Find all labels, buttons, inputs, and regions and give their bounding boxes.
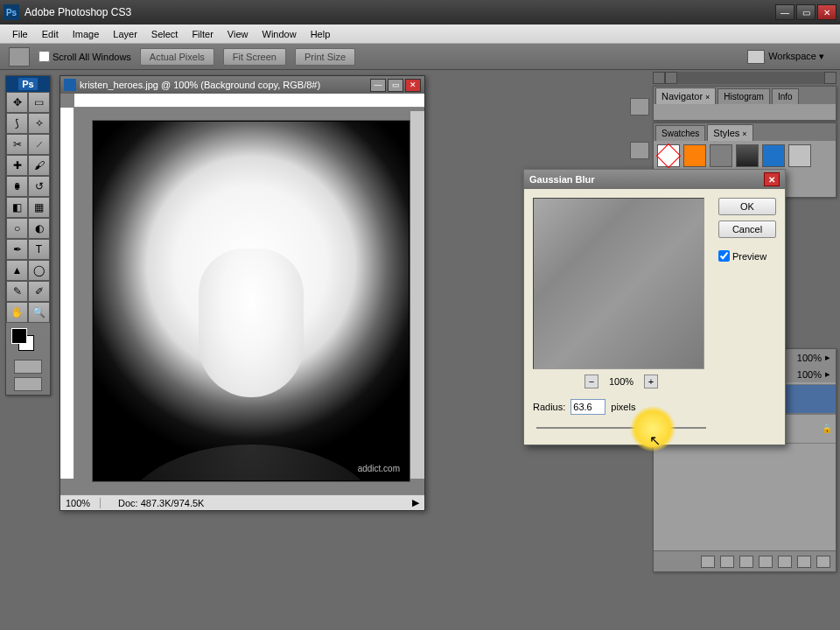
zoom-out-button[interactable]: − (584, 374, 598, 388)
fit-screen-button[interactable]: Fit Screen (223, 48, 286, 66)
dodge-tool[interactable]: ◐ (28, 218, 50, 239)
menu-help[interactable]: Help (304, 26, 338, 42)
dock-collapse-right-icon[interactable] (824, 72, 836, 84)
stamp-tool[interactable]: ⧯ (6, 176, 28, 197)
document-canvas[interactable]: addict.com (94, 122, 409, 480)
dock-collapse-left-icon[interactable] (653, 72, 665, 84)
style-swatch[interactable] (683, 144, 706, 167)
eyedropper-tool[interactable]: ✐ (28, 281, 50, 302)
menu-layer[interactable]: Layer (106, 26, 144, 42)
radius-label: Radius: (533, 402, 565, 412)
hand-tool[interactable]: ✋ (6, 302, 28, 323)
radius-slider[interactable] (533, 420, 710, 436)
zoom-in-button[interactable]: + (644, 374, 658, 388)
link-layers-icon[interactable] (701, 556, 715, 568)
scroll-all-checkbox[interactable]: Scroll All Windows (38, 51, 131, 62)
tab-styles[interactable]: Styles× (707, 124, 752, 141)
zoom-tool[interactable]: 🔍 (28, 302, 50, 323)
crop-tool[interactable]: ✂ (6, 134, 28, 155)
menu-view[interactable]: View (220, 26, 256, 42)
document-scrollbar[interactable] (410, 111, 424, 479)
tab-swatches[interactable]: Swatches (655, 125, 705, 141)
type-tool[interactable]: T (28, 239, 50, 260)
doc-info[interactable]: Doc: 487.3K/974.5K (101, 498, 407, 508)
ok-button[interactable]: OK (718, 198, 776, 215)
maximize-button[interactable]: ▭ (796, 4, 816, 20)
lock-icon: 🔒 (822, 424, 832, 434)
dialog-close-button[interactable]: ✕ (764, 172, 780, 186)
hand-tool-icon[interactable] (9, 47, 30, 66)
print-size-button[interactable]: Print Size (295, 48, 355, 66)
style-swatch[interactable] (657, 144, 680, 167)
menu-image[interactable]: Image (66, 26, 107, 42)
menu-window[interactable]: Window (256, 26, 304, 42)
doc-maximize-button[interactable]: ▭ (388, 79, 403, 92)
wand-tool[interactable]: ✧ (28, 113, 50, 134)
close-button[interactable]: ✕ (817, 4, 836, 20)
notes-tool[interactable]: ✎ (6, 281, 28, 302)
menu-select[interactable]: Select (144, 26, 186, 42)
gradient-tool[interactable]: ▦ (28, 197, 50, 218)
horizontal-ruler[interactable] (74, 94, 424, 108)
path-select-tool[interactable]: ▲ (6, 260, 28, 281)
pen-tool[interactable]: ✒ (6, 239, 28, 260)
tab-histogram[interactable]: Histogram (718, 88, 770, 104)
toolbox-header[interactable]: Ps (6, 76, 50, 92)
app-titlebar: Ps Adobe Photoshop CS3 — ▭ ✕ (0, 0, 840, 24)
layers-footer (654, 550, 836, 571)
tab-info[interactable]: Info (772, 88, 799, 104)
actual-pixels-button[interactable]: Actual Pixels (140, 48, 214, 66)
style-swatch[interactable] (762, 144, 785, 167)
color-swatches[interactable] (10, 326, 46, 356)
dialog-title: Gaussian Blur (529, 174, 764, 185)
shape-tool[interactable]: ◯ (28, 260, 50, 281)
menu-file[interactable]: File (5, 26, 35, 42)
adjustment-layer-icon[interactable] (759, 556, 773, 568)
document-titlebar[interactable]: kristen_heroes.jpg @ 100% (Background co… (60, 76, 424, 94)
brush-tool[interactable]: 🖌 (28, 155, 50, 176)
vertical-ruler[interactable] (60, 108, 74, 479)
dock-expand-icon[interactable] (665, 72, 677, 84)
dialog-titlebar[interactable]: Gaussian Blur ✕ (524, 170, 785, 189)
menu-edit[interactable]: Edit (35, 26, 66, 42)
heal-tool[interactable]: ✚ (6, 155, 28, 176)
style-swatch[interactable] (788, 144, 811, 167)
group-icon[interactable] (778, 556, 792, 568)
dock-minimized-icon[interactable] (630, 98, 649, 116)
menu-filter[interactable]: Filter (185, 26, 220, 42)
foreground-color[interactable] (11, 328, 27, 344)
opacity-arrow-icon[interactable]: ▸ (825, 352, 830, 363)
doc-minimize-button[interactable]: — (370, 79, 386, 92)
blur-tool[interactable]: ○ (6, 218, 28, 239)
slider-thumb[interactable] (649, 423, 656, 433)
eraser-tool[interactable]: ◧ (6, 197, 28, 218)
quickmask-button[interactable] (14, 360, 42, 374)
screenmode-button[interactable] (14, 377, 42, 391)
history-brush-tool[interactable]: ↺ (28, 176, 50, 197)
radius-input[interactable] (570, 399, 606, 415)
minimize-button[interactable]: — (775, 4, 794, 20)
cancel-button[interactable]: Cancel (718, 220, 776, 238)
workspace-menu[interactable]: Workspace ▾ (740, 47, 831, 66)
document-title: kristen_heroes.jpg @ 100% (Background co… (80, 80, 368, 90)
layer-mask-icon[interactable] (739, 556, 753, 568)
style-swatch[interactable] (736, 144, 759, 167)
doc-zoom-field[interactable]: 100% (60, 498, 101, 508)
doc-close-button[interactable]: ✕ (405, 79, 421, 92)
slice-tool[interactable]: ⟋ (28, 134, 50, 155)
toolbox-panel: Ps ✥▭ ⟆✧ ✂⟋ ✚🖌 ⧯↺ ◧▦ ○◐ ✒T ▲◯ ✎✐ ✋🔍 (5, 75, 51, 396)
move-tool[interactable]: ✥ (6, 92, 28, 113)
new-layer-icon[interactable] (797, 556, 811, 568)
fill-arrow-icon[interactable]: ▸ (825, 368, 830, 380)
trash-icon[interactable] (816, 556, 830, 568)
preview-checkbox[interactable]: Preview (718, 250, 776, 262)
style-swatch[interactable] (710, 144, 732, 167)
dock-minimized-icon[interactable] (630, 142, 649, 159)
layer-style-icon[interactable] (720, 556, 734, 568)
marquee-tool[interactable]: ▭ (28, 92, 50, 113)
lasso-tool[interactable]: ⟆ (6, 113, 28, 134)
app-icon: Ps (4, 4, 19, 20)
dock-strip[interactable] (653, 72, 836, 84)
blur-preview[interactable] (533, 198, 704, 369)
tab-navigator[interactable]: Navigator× (655, 88, 716, 104)
